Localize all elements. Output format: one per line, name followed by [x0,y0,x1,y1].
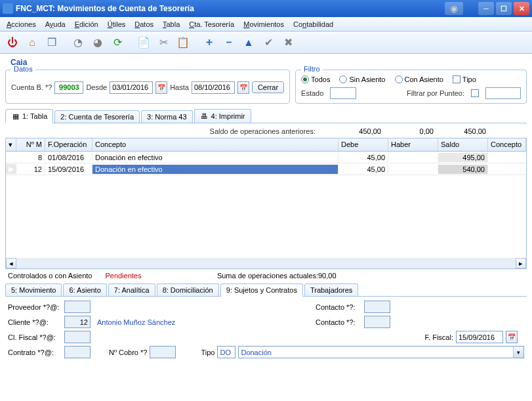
contrato-label: Contrato *?@: [8,348,62,356]
minimize-button[interactable]: ─ [478,2,494,15]
confirm-icon[interactable]: ✔ [260,34,277,51]
proveedor-input[interactable] [64,301,91,313]
table-row[interactable]: ▶ 12 15/09/2016 Donación en efectivo 45,… [6,163,526,175]
col-debe[interactable]: Debe [338,138,388,151]
menu-acciones[interactable]: Acciones [3,19,40,30]
col-marker[interactable]: ▾ [6,138,16,151]
cuenta-input[interactable] [54,81,83,94]
tab-cuenta-tesoreria[interactable]: 2: Cuenta de Tesorería [54,110,140,123]
maximize-button[interactable]: ☐ [496,2,512,15]
filtro-legend: Filtro [301,65,322,73]
summary-anterior-v2: 0,00 [381,127,434,135]
menu-ayuda[interactable]: Ayuda [41,19,70,30]
menu-contabilidad[interactable]: Contabilidad [289,19,337,30]
suma-actual-label: Suma de operaciones actuales: [217,272,318,280]
printer-icon: 🖶 [200,112,209,121]
check-tipo[interactable]: Tipo [453,75,476,83]
hasta-input[interactable] [192,81,235,94]
menu-datos[interactable]: Datos [131,19,157,30]
scroll-right-icon[interactable]: ▸ [516,258,526,268]
col-saldo[interactable]: Saldo [438,138,488,151]
menu-edicion[interactable]: Edición [71,19,102,30]
menu-movimientos[interactable]: Movimientos [239,19,288,30]
menu-tabla[interactable]: Tabla [159,19,184,30]
punteo-checkbox[interactable] [471,89,479,97]
tipo-combo[interactable]: Donación ▾ [238,346,524,358]
tipo-code-input[interactable] [217,346,235,358]
cliente-label: Cliente *?@: [8,318,62,326]
paste-icon[interactable]: 📋 [174,34,192,51]
window-title: FNC_MCT: Movimientos de Cuenta de Tesore… [16,4,445,13]
disk2-icon[interactable]: ◕ [89,34,106,51]
tipo-combo-text: Donación [239,348,513,356]
scroll-left-icon[interactable]: ◂ [6,258,16,268]
table-hscroll[interactable]: ◂ ▸ [6,258,526,268]
col-concepto2[interactable]: Concepto [488,138,526,151]
tab-sujetos-contratos[interactable]: 9: Sujetos y Contratos [220,284,303,297]
ffiscal-calendar-icon[interactable]: 📅 [506,331,518,343]
clfiscal-input[interactable] [64,331,91,343]
menu-cta-tesoreria[interactable]: Cta. Tesorería [185,19,238,30]
col-concepto[interactable]: Concepto [92,138,338,151]
desde-calendar-icon[interactable]: 📅 [155,81,167,94]
estado-input[interactable] [330,87,356,99]
menu-utiles[interactable]: Útiles [104,19,130,30]
desde-input[interactable] [110,81,153,94]
movimientos-table: ▾ Nº M F.Operación Concepto Debe Haber S… [5,138,527,269]
col-haber[interactable]: Haber [388,138,438,151]
close-button[interactable]: ✕ [514,2,529,15]
tab-tabla[interactable]: ▦1: Tabla [5,109,53,123]
col-foperacion[interactable]: F.Operación [45,138,92,151]
cut-icon[interactable]: ✂ [155,34,172,51]
ncobro-label: Nº Cobro *? [109,348,147,356]
tab-movimiento[interactable]: 5: Movimiento [5,284,62,296]
menubar: Acciones Ayuda Edición Útiles Datos Tabl… [0,17,532,32]
cliente-input[interactable] [64,316,91,328]
up-icon[interactable]: ▲ [240,34,257,51]
cuenta-label: Cuenta B. *? [11,83,52,91]
cancel-icon[interactable]: ✖ [279,34,297,51]
copy-icon[interactable]: 📄 [135,34,152,51]
chevron-down-icon: ▾ [513,347,523,358]
proveedor-label: Proveedor *?@: [8,303,62,311]
estado-label: Estado [301,89,323,97]
power-icon[interactable]: ⏻ [4,34,21,51]
ffiscal-input[interactable] [456,331,503,343]
table-icon: ▦ [11,112,20,121]
bottom-tabs: 5: Movimiento 6: Asiento 7: Analítica 8:… [5,284,527,297]
table-row[interactable]: 8 01/08/2016 Donación en efectivo 45,00 … [6,152,526,163]
table-body[interactable]: 8 01/08/2016 Donación en efectivo 45,00 … [6,152,526,258]
hasta-calendar-icon[interactable]: 📅 [237,81,249,94]
tab-asiento[interactable]: 6: Asiento [63,284,106,296]
tab-analitica[interactable]: 7: Analítica [108,284,155,296]
windows-icon[interactable]: ❐ [43,34,60,51]
refresh-icon[interactable]: ⟳ [109,34,126,51]
radio-con-asiento[interactable]: Con Asiento [395,75,443,83]
cliente-name: Antonio Muñoz Sánchez [93,318,175,326]
hasta-label: Hasta [170,83,189,91]
tab-trabajadores[interactable]: Trabajadores [304,284,358,296]
filtrar-punteo-label: Filtrar por Punteo: [407,89,464,97]
contrato-input[interactable] [64,346,91,358]
table-header: ▾ Nº M F.Operación Concepto Debe Haber S… [6,138,526,152]
tab-imprimir[interactable]: 🖶4: Imprimir [194,109,251,123]
toolbar: ⏻ ⌂ ❐ ◔ ◕ ⟳ 📄 ✂ 📋 ＋ － ▲ ✔ ✖ [0,32,532,54]
punteo-input[interactable] [485,87,521,99]
disk1-icon[interactable]: ◔ [70,34,87,51]
radio-todos[interactable]: Todos [301,75,330,83]
app-icon [3,3,13,14]
contacto1-input[interactable] [364,301,390,313]
home-icon[interactable]: ⌂ [24,34,41,51]
tab-norma43[interactable]: 3: Norma 43 [141,110,193,123]
tab-domiciliacion[interactable]: 8: Domiciliación [157,284,219,296]
contacto2-input[interactable] [364,316,390,328]
remove-icon[interactable]: － [220,34,237,51]
main-tabs: ▦1: Tabla 2: Cuenta de Tesorería 3: Norm… [5,109,527,123]
radio-sin-asiento[interactable]: Sin Asiento [339,75,385,83]
add-icon[interactable]: ＋ [201,34,218,51]
col-num[interactable]: Nº M [16,138,45,151]
contacto1-label: Contacto *?: [316,303,361,311]
cerrar-button[interactable]: Cerrar [252,81,284,93]
titlebar-ornament [445,2,463,15]
ncobro-input[interactable] [150,346,176,358]
